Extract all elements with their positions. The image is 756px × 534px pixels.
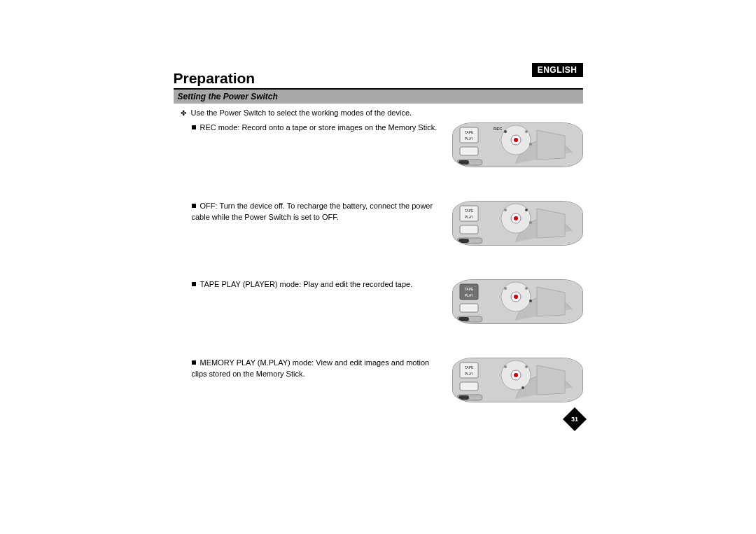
power-switch-illustration-tapeplay: TAPE PLAY bbox=[452, 279, 583, 324]
svg-rect-4 bbox=[460, 147, 478, 155]
intro-text: Use the Power Switch to select the worki… bbox=[191, 108, 412, 117]
svg-text:PLAY: PLAY bbox=[464, 372, 473, 376]
square-bullet bbox=[192, 282, 196, 286]
svg-point-9 bbox=[514, 138, 518, 142]
svg-rect-33 bbox=[458, 317, 469, 321]
svg-point-51 bbox=[525, 365, 528, 368]
svg-point-12 bbox=[525, 130, 528, 133]
svg-point-36 bbox=[514, 295, 518, 299]
svg-text:TAPE: TAPE bbox=[464, 130, 473, 134]
svg-text:TAPE: TAPE bbox=[464, 287, 473, 291]
svg-point-38 bbox=[525, 287, 528, 290]
mode-block: REC mode: Record onto a tape or store im… bbox=[174, 122, 583, 167]
svg-text:PLAY: PLAY bbox=[464, 293, 473, 297]
mode-text: MEMORY PLAY (M.PLAY) mode: View and edit… bbox=[174, 358, 452, 379]
language-badge: ENGLISH bbox=[532, 63, 583, 77]
square-bullet bbox=[192, 204, 196, 208]
power-switch-illustration-off: TAPE PLAY bbox=[452, 201, 583, 246]
mode-text: TAPE PLAY (PLAYER) mode: Play and edit t… bbox=[174, 279, 452, 290]
power-switch-illustration-mplay: TAPE PLAY bbox=[452, 358, 583, 402]
mode-text: REC mode: Record onto a tape or store im… bbox=[174, 122, 452, 133]
svg-point-23 bbox=[514, 216, 518, 220]
svg-point-49 bbox=[514, 373, 518, 377]
square-bullet bbox=[192, 360, 196, 365]
svg-point-24 bbox=[504, 209, 507, 211]
svg-point-39 bbox=[529, 300, 532, 302]
svg-rect-18 bbox=[460, 225, 478, 234]
mode-block: OFF: Turn the device off. To recharge th… bbox=[174, 201, 583, 246]
intro-line: ✤ Use the Power Switch to select the wor… bbox=[181, 108, 583, 118]
maltese-bullet: ✤ bbox=[181, 109, 186, 117]
svg-point-50 bbox=[504, 365, 507, 368]
page-number: 31 bbox=[570, 415, 578, 424]
mode-block: MEMORY PLAY (M.PLAY) mode: View and edit… bbox=[174, 358, 583, 402]
page-title: Preparation bbox=[174, 70, 583, 87]
svg-point-25 bbox=[525, 209, 528, 211]
power-switch-illustration-rec: TAPE PLAY REC bbox=[452, 122, 583, 167]
svg-point-26 bbox=[529, 221, 532, 224]
square-bullet bbox=[192, 125, 196, 129]
svg-text:PLAY: PLAY bbox=[464, 136, 473, 141]
svg-rect-44 bbox=[460, 382, 478, 391]
svg-rect-6 bbox=[458, 160, 469, 164]
subtitle-bar: Setting the Power Switch bbox=[174, 90, 583, 104]
svg-text:TAPE: TAPE bbox=[464, 209, 473, 213]
svg-point-37 bbox=[504, 287, 507, 290]
svg-text:TAPE: TAPE bbox=[464, 365, 473, 370]
mode-text: OFF: Turn the device off. To recharge th… bbox=[174, 201, 452, 223]
svg-rect-46 bbox=[458, 395, 469, 400]
page-number-diamond: 31 bbox=[563, 407, 587, 431]
svg-rect-20 bbox=[458, 239, 469, 243]
svg-rect-31 bbox=[460, 304, 478, 312]
mode-block: TAPE PLAY (PLAYER) mode: Play and edit t… bbox=[174, 279, 583, 324]
svg-text:PLAY: PLAY bbox=[464, 215, 473, 219]
svg-point-11 bbox=[504, 130, 507, 133]
svg-point-52 bbox=[522, 386, 524, 389]
svg-text:REC: REC bbox=[493, 127, 503, 131]
svg-point-13 bbox=[529, 143, 532, 146]
page-number-marker: 31 bbox=[174, 411, 583, 430]
content-area: ✤ Use the Power Switch to select the wor… bbox=[174, 108, 583, 431]
